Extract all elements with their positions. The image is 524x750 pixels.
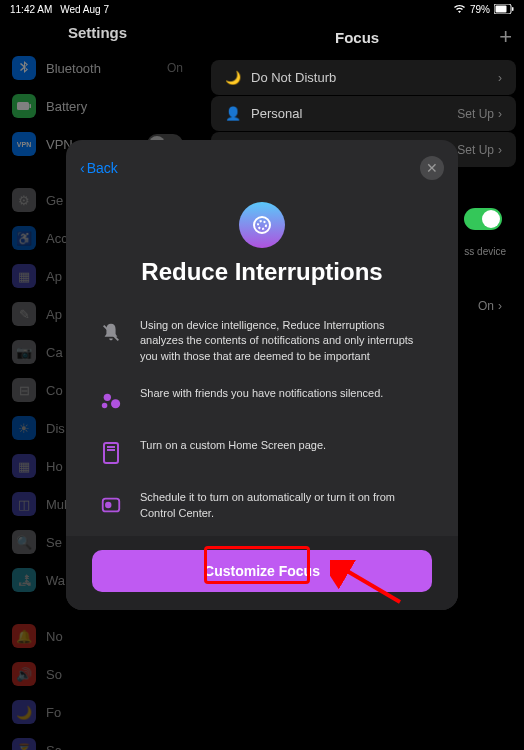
svg-point-16 [106, 503, 111, 508]
multi-icon: ◫ [12, 492, 36, 516]
status-time: 11:42 AM [10, 4, 52, 15]
focus-item-dnd[interactable]: 🌙 Do Not Disturb › [211, 60, 516, 95]
battery-icon [494, 4, 514, 14]
value: On [167, 61, 183, 75]
battery-percent: 79% [470, 4, 490, 15]
wifi-icon [453, 4, 466, 14]
sidebar-item-notifications[interactable]: 🔔No [0, 617, 195, 655]
wallpaper-icon: 🏞 [12, 568, 36, 592]
feature-homescreen: Turn on a custom Home Screen page. [66, 430, 458, 482]
sidebar-item-battery[interactable]: Battery [0, 87, 195, 125]
modal-title: Reduce Interruptions [66, 258, 458, 286]
reduce-interruptions-modal: ‹ Back ✕ Reduce Interruptions Using on d… [66, 140, 458, 610]
feature-intelligence: Using on device intelligence, Reduce Int… [66, 310, 458, 378]
sound-icon: 🔊 [12, 662, 36, 686]
annotation-arrow [330, 560, 410, 610]
feature-schedule: Schedule it to turn on automatically or … [66, 482, 458, 535]
camera-icon: 📷 [12, 340, 36, 364]
clock-icon [96, 490, 126, 520]
label: Bluetooth [46, 61, 101, 76]
close-icon: ✕ [426, 160, 438, 176]
gear-icon: ⚙ [12, 188, 36, 212]
sidebar-item-bluetooth[interactable]: Bluetooth On [0, 49, 195, 87]
chevron-right-icon: › [498, 71, 502, 85]
share-toggle[interactable] [464, 208, 502, 230]
sidebar-title: Settings [0, 18, 195, 49]
search-icon: 🔍 [12, 530, 36, 554]
bluetooth-icon [12, 56, 36, 80]
phone-icon [96, 438, 126, 468]
sidebar-item-screentime[interactable]: ⏳Sc [0, 731, 195, 750]
svg-rect-4 [30, 104, 32, 108]
chevron-left-icon: ‹ [80, 160, 85, 176]
person-icon: 👤 [225, 106, 241, 121]
status-date: Wed Aug 7 [60, 4, 109, 15]
feature-share: Share with friends you have notification… [66, 378, 458, 430]
bell-slash-icon [96, 318, 126, 348]
svg-point-7 [258, 221, 266, 229]
hourglass-icon: ⏳ [12, 738, 36, 750]
share-icon [96, 386, 126, 416]
sidebar-item-focus[interactable]: 🌙Fo [0, 693, 195, 731]
status-bar: 11:42 AM Wed Aug 7 79% [0, 0, 524, 18]
pencil-icon: ✎ [12, 302, 36, 326]
sidebar-item-sounds[interactable]: 🔊So [0, 655, 195, 693]
svg-rect-3 [17, 102, 29, 110]
display-icon: ☀ [12, 416, 36, 440]
add-focus-button[interactable]: + [499, 24, 512, 50]
battery-icon [12, 94, 36, 118]
svg-point-9 [104, 394, 111, 401]
svg-point-11 [102, 403, 108, 409]
svg-rect-1 [496, 6, 507, 13]
svg-rect-2 [512, 7, 514, 11]
control-icon: ⊟ [12, 378, 36, 402]
moon-icon: 🌙 [225, 70, 241, 85]
vpn-icon: VPN [12, 132, 36, 156]
accessibility-icon: ♿ [12, 226, 36, 250]
home-icon: ▦ [12, 454, 36, 478]
svg-text:VPN: VPN [17, 141, 31, 148]
focus-mode-icon [239, 202, 285, 248]
svg-line-17 [342, 568, 400, 602]
detail-title: Focus [335, 29, 379, 46]
label: Battery [46, 99, 87, 114]
close-button[interactable]: ✕ [420, 156, 444, 180]
apps-icon: ▦ [12, 264, 36, 288]
svg-point-6 [254, 217, 270, 233]
back-button[interactable]: ‹ Back [80, 160, 118, 176]
moon-icon: 🌙 [12, 700, 36, 724]
bell-icon: 🔔 [12, 624, 36, 648]
focus-item-personal[interactable]: 👤 Personal Set Up › [211, 96, 516, 131]
svg-point-10 [111, 399, 120, 408]
